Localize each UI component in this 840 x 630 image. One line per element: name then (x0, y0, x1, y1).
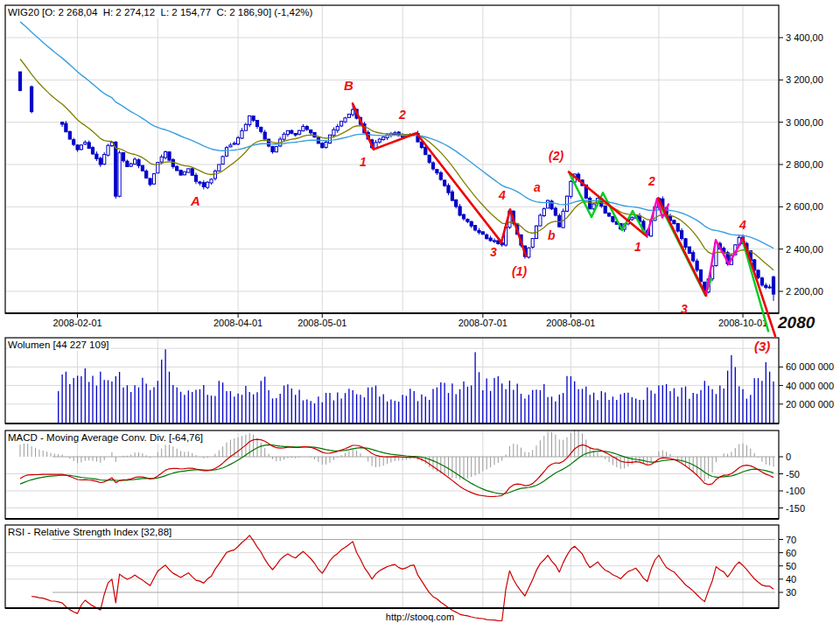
candle-body (126, 161, 129, 166)
candle-body (268, 139, 270, 146)
candle-body (478, 230, 480, 232)
macd-axis-label: -100 (786, 486, 805, 496)
candle-body (765, 285, 767, 287)
wave-annotation-label: (2) (549, 149, 564, 163)
candle-body (692, 253, 695, 261)
rsi-panel-title: RSI - Relative Strength Index [32,88] (8, 527, 173, 538)
candle-body (91, 148, 94, 154)
price-axis-label: 2 400,00 (786, 244, 823, 255)
candle-body (68, 131, 71, 139)
candle-body (612, 217, 614, 222)
candle-body (88, 143, 90, 149)
wave-line-magenta (729, 239, 743, 264)
wave-line-magenta (706, 241, 716, 296)
candle-body (73, 140, 75, 144)
candle-body (696, 261, 698, 270)
footer-url[interactable]: http://stooq.com (0, 612, 840, 622)
candle-body (466, 220, 469, 222)
price-axis-label: 3 200,00 (786, 74, 823, 85)
candle-body (631, 218, 634, 220)
candle-body (688, 247, 690, 253)
rsi-axis-label: 30 (786, 587, 796, 598)
candle-body (462, 214, 465, 219)
candle-body (382, 137, 385, 140)
candle-body (145, 172, 148, 178)
macd-axis-label: 0 (786, 452, 791, 462)
candle-body (340, 122, 343, 126)
wave-line-red (416, 133, 501, 242)
volume-axis-label: 40 000 000 (786, 381, 834, 391)
candle-body (547, 200, 550, 208)
candle-body (199, 182, 201, 183)
wave-annotation-label: A (190, 193, 200, 208)
main-chart-title: WIG20 [O: 2 268,04 H: 2 274,12 L: 2 154,… (8, 7, 314, 18)
candle-body (428, 155, 430, 162)
wave-annotation-label: 2 (648, 174, 655, 188)
stock-chart-page: 3 400,003 200,003 000,002 800,002 600,00… (0, 0, 840, 630)
candle-body (325, 143, 327, 148)
volume-axis-label: 20 000 000 (786, 399, 834, 410)
candle-body (570, 181, 572, 196)
candle-body (65, 123, 67, 132)
rsi-axis-label: 50 (786, 561, 796, 571)
candle-body (95, 154, 98, 158)
candle-body (589, 199, 592, 209)
candle-body (179, 171, 182, 176)
candle-body (218, 164, 220, 171)
candle-body (221, 157, 224, 164)
macd-axis-label: -50 (786, 469, 800, 480)
candle-body (455, 200, 458, 206)
candle-body (684, 239, 687, 248)
candle-body (233, 144, 235, 144)
candle-body (103, 155, 106, 164)
candle-body (183, 172, 186, 175)
wave-annotation-label: 1 (360, 155, 367, 169)
candle-body (439, 172, 442, 179)
price-axis-label: 3 000,00 (786, 117, 823, 128)
volume-axis-label: 60 000 000 (786, 361, 834, 372)
candle-body (248, 116, 251, 124)
candle-body (99, 158, 102, 164)
date-axis-label: 2008-07-01 (458, 318, 508, 328)
candle-body (149, 178, 151, 185)
price-axis-label: 2 800,00 (786, 159, 823, 170)
candle-body (80, 145, 82, 150)
macd-signal-line (20, 444, 774, 494)
candle-body (486, 234, 488, 238)
candle-body (310, 130, 312, 132)
candle-body (137, 160, 140, 166)
macd-line (20, 439, 774, 496)
candle-body (458, 206, 461, 215)
candle-body (61, 122, 64, 124)
candle-body (152, 174, 155, 185)
price-axis-label: 2 600,00 (786, 201, 823, 212)
candle-body (699, 270, 702, 281)
candle-body (263, 132, 266, 139)
candle-body (608, 214, 611, 217)
candle-body (256, 121, 258, 127)
candle-body (241, 130, 243, 138)
candle-body (118, 153, 121, 197)
candle-body (237, 137, 240, 144)
candle-body (134, 159, 136, 164)
candle-body (31, 87, 33, 112)
candle-body (229, 145, 232, 147)
candle-body (302, 127, 304, 131)
candle-body (290, 130, 293, 133)
candle-body (673, 220, 676, 224)
candle-body (378, 139, 381, 142)
date-axis-label: 2008-08-01 (546, 318, 595, 328)
candle-body (493, 241, 495, 242)
candle-body (283, 134, 285, 139)
candle-body (604, 206, 606, 213)
candle-body (489, 238, 492, 241)
candle-body (436, 170, 438, 173)
wave-annotation-label: (3) (754, 339, 770, 354)
date-axis-label: 2008-02-01 (52, 318, 102, 328)
candle-body (271, 146, 274, 151)
candle-body (252, 116, 255, 121)
candle-body (344, 118, 346, 122)
candle-body (542, 209, 545, 216)
rsi-axis-label: 40 (786, 574, 796, 584)
candle-body (305, 127, 308, 130)
